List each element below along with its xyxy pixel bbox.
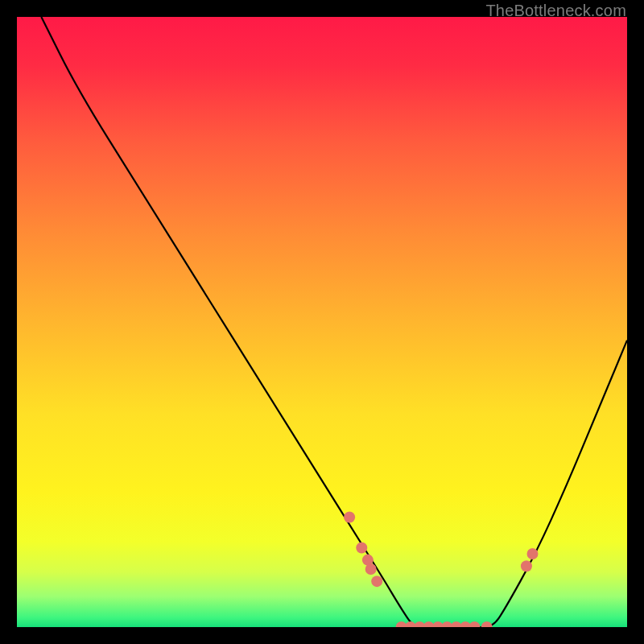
marker-point — [356, 542, 367, 553]
marker-point — [365, 564, 377, 575]
marker-point — [527, 548, 539, 559]
marker-point — [521, 560, 532, 572]
chart-plot — [17, 17, 627, 627]
marker-point — [371, 576, 382, 587]
marker-group — [344, 512, 538, 627]
marker-point — [481, 621, 493, 627]
bottleneck-curve — [41, 17, 627, 627]
marker-point — [469, 621, 481, 627]
chart-frame — [17, 17, 627, 627]
marker-point — [344, 512, 355, 523]
